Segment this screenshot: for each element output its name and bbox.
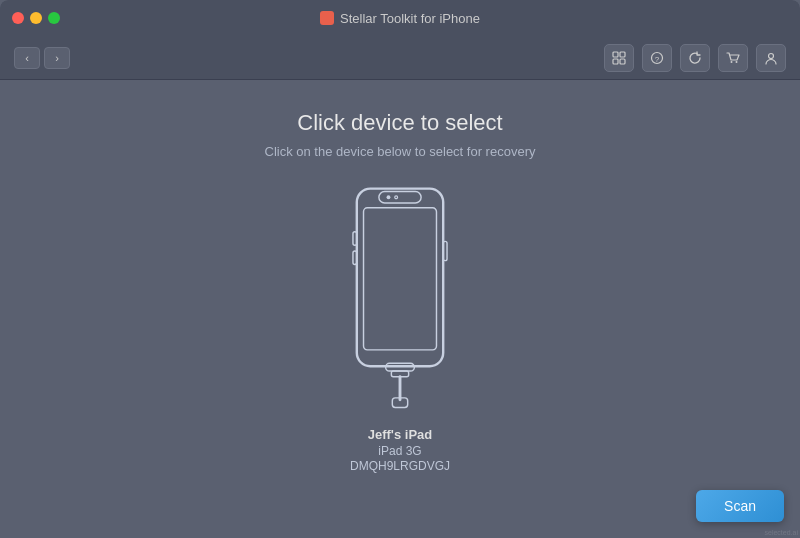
app-title-area: Stellar Toolkit for iPhone: [320, 11, 480, 26]
page-subtitle: Click on the device below to select for …: [265, 144, 536, 159]
forward-button[interactable]: ›: [44, 47, 70, 69]
svg-rect-10: [364, 208, 437, 350]
app-icon: [320, 11, 334, 25]
account-icon: [764, 51, 778, 65]
scan-button[interactable]: Scan: [696, 490, 784, 522]
svg-rect-1: [620, 52, 625, 57]
toolbar: ‹ › ?: [0, 36, 800, 80]
svg-rect-19: [353, 232, 357, 245]
maximize-button[interactable]: [48, 12, 60, 24]
watermark: selected.ai: [765, 529, 798, 536]
close-button[interactable]: [12, 12, 24, 24]
app-title: Stellar Toolkit for iPhone: [340, 11, 480, 26]
cart-icon: [726, 51, 740, 65]
device-card[interactable]: Jeff's iPad iPad 3G DMQH9LRGDVGJ: [340, 179, 460, 473]
svg-rect-0: [613, 52, 618, 57]
svg-text:?: ?: [655, 55, 660, 64]
svg-point-13: [395, 196, 398, 199]
svg-rect-3: [620, 59, 625, 64]
back-button[interactable]: ‹: [14, 47, 40, 69]
minimize-button[interactable]: [30, 12, 42, 24]
page-title: Click device to select: [297, 110, 502, 136]
cart-icon-button[interactable]: [718, 44, 748, 72]
svg-rect-20: [353, 251, 357, 264]
device-name: Jeff's iPad: [368, 427, 433, 442]
device-illustration: [340, 179, 460, 419]
help-icon-button[interactable]: ?: [642, 44, 672, 72]
refresh-icon: [688, 51, 702, 65]
refresh-icon-button[interactable]: [680, 44, 710, 72]
svg-rect-11: [379, 191, 421, 203]
account-icon-button[interactable]: [756, 44, 786, 72]
svg-point-6: [731, 61, 733, 63]
device-serial: DMQH9LRGDVGJ: [350, 459, 450, 473]
svg-point-8: [769, 53, 774, 58]
svg-point-7: [736, 61, 738, 63]
svg-rect-18: [443, 241, 447, 260]
toolbar-icons: ?: [604, 44, 786, 72]
svg-rect-9: [357, 189, 443, 367]
grid-icon: [612, 51, 626, 65]
traffic-lights: [12, 12, 60, 24]
main-content: Click device to select Click on the devi…: [0, 80, 800, 538]
title-bar: Stellar Toolkit for iPhone: [0, 0, 800, 36]
grid-icon-button[interactable]: [604, 44, 634, 72]
nav-buttons: ‹ ›: [14, 47, 70, 69]
svg-rect-2: [613, 59, 618, 64]
device-model: iPad 3G: [378, 444, 421, 458]
svg-point-12: [387, 195, 391, 199]
help-icon: ?: [650, 51, 664, 65]
